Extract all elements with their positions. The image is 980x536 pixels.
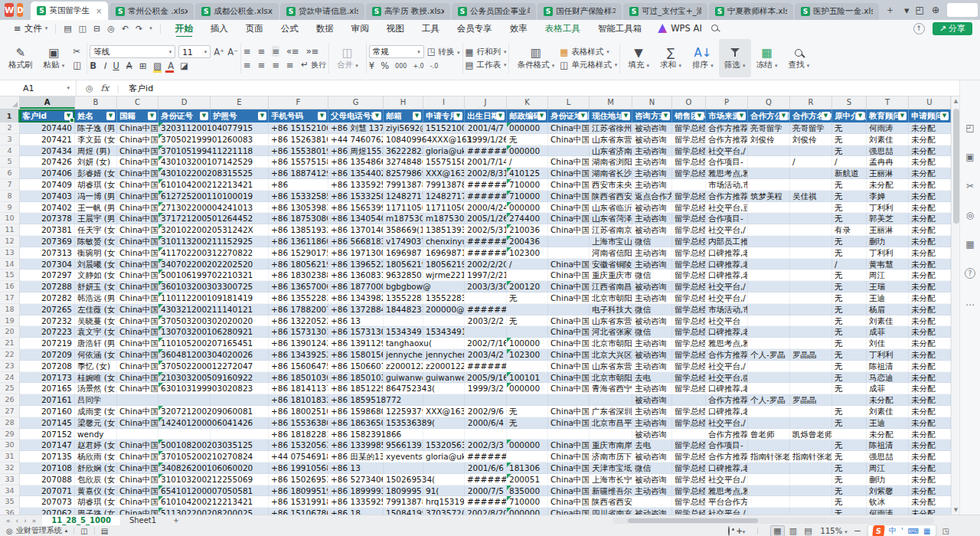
cell[interactable]: 市场活动,市 bbox=[706, 304, 748, 315]
cell[interactable]: China中国 bbox=[117, 315, 158, 327]
cell[interactable]: 271302200004241013 bbox=[158, 202, 211, 214]
cell[interactable]: 北京市朝阳 bbox=[590, 293, 632, 304]
cell[interactable]: +86 56681836 bbox=[328, 236, 384, 247]
menu-item-工具[interactable]: 工具 bbox=[413, 21, 448, 36]
cell[interactable]: 未分配 bbox=[909, 361, 951, 372]
cell[interactable] bbox=[748, 496, 790, 508]
cell[interactable]: 102300 bbox=[507, 349, 548, 361]
cell[interactable]: China中国 bbox=[117, 259, 158, 270]
row-header[interactable]: 28 bbox=[0, 417, 20, 429]
cell[interactable] bbox=[672, 429, 706, 440]
filter-dropdown-icon[interactable]: ▼ bbox=[373, 112, 381, 120]
cell[interactable] bbox=[384, 315, 423, 327]
cell[interactable]: China中国 bbox=[117, 168, 158, 179]
column-header-A[interactable]: A bbox=[20, 96, 75, 109]
cell[interactable]: 舒妍玉 (女 bbox=[75, 281, 117, 293]
cell[interactable]: jennychen( bbox=[423, 349, 465, 361]
header-cell[interactable]: 申请专用▼ bbox=[423, 109, 465, 123]
cell[interactable]: 无 bbox=[507, 293, 548, 304]
cell[interactable]: 207440 bbox=[20, 123, 75, 134]
cell[interactable]: 周江 bbox=[867, 270, 909, 281]
cell[interactable]: 2002/2/20 bbox=[465, 259, 507, 270]
cell[interactable]: 雅思考点,雅 bbox=[706, 485, 748, 497]
row-header[interactable]: 24 bbox=[0, 372, 20, 384]
cell[interactable]: 207282 bbox=[20, 293, 75, 304]
cell[interactable]: 13552283( bbox=[384, 293, 423, 304]
cell[interactable]: +86 15263810 bbox=[269, 134, 328, 145]
cell[interactable]: 无 bbox=[832, 326, 867, 338]
cell[interactable]: 207160 bbox=[20, 406, 75, 417]
column-header-U[interactable]: U bbox=[909, 96, 951, 109]
cell[interactable]: 留学总经办 bbox=[672, 281, 706, 293]
cell[interactable]: 未分配 bbox=[909, 372, 951, 384]
cell[interactable]: 陕西省西安 bbox=[590, 191, 632, 202]
cell[interactable] bbox=[748, 179, 790, 191]
cell[interactable]: China中国 bbox=[117, 326, 158, 338]
cell[interactable]: 370105199411221118 bbox=[158, 145, 211, 157]
font-name-select[interactable]: 等线▾ bbox=[90, 45, 175, 58]
cell[interactable]: ######## bbox=[465, 145, 507, 157]
cell[interactable]: 15320563( bbox=[423, 440, 465, 451]
cell[interactable]: 无 bbox=[832, 247, 867, 259]
cell[interactable]: +86 15332585 bbox=[269, 191, 328, 202]
cell[interactable]: 未分配 bbox=[909, 462, 951, 474]
cell[interactable]: 个人-罗晶 bbox=[748, 394, 790, 406]
cell[interactable]: 江苏省徐州 bbox=[590, 123, 632, 134]
cell[interactable]: guiwanwei( bbox=[384, 372, 423, 384]
cell[interactable]: 799138782 bbox=[384, 179, 423, 191]
merge-cells-button[interactable]: ◫ 合并 ▾ bbox=[332, 39, 364, 77]
row-header[interactable]: 8 bbox=[0, 191, 20, 202]
cell[interactable]: 207402 bbox=[20, 202, 75, 214]
cell[interactable]: 被动咨询 bbox=[632, 202, 672, 214]
wps-ai-button[interactable]: WPS AI bbox=[658, 23, 702, 34]
cell[interactable]: China中国 bbox=[117, 383, 158, 394]
cell[interactable]: 未分配 bbox=[867, 179, 909, 191]
document-tab[interactable]: S英国留学生× bbox=[31, 2, 108, 20]
cell[interactable] bbox=[790, 179, 832, 191]
cell[interactable]: 200051 bbox=[507, 474, 548, 485]
cell[interactable]: 未分配 bbox=[909, 156, 951, 168]
cell[interactable]: 留学总经办 bbox=[672, 315, 706, 327]
cell[interactable]: 梁馨元 (女 bbox=[75, 417, 117, 429]
cell[interactable]: 留学总经办 bbox=[672, 293, 706, 304]
cell[interactable]: China中国 bbox=[548, 508, 590, 515]
wps-logo-icon[interactable]: W bbox=[5, 3, 14, 17]
cell[interactable] bbox=[748, 485, 790, 497]
cell[interactable]: 微信 bbox=[632, 462, 672, 474]
bold-icon[interactable]: B bbox=[90, 60, 96, 71]
cell[interactable]: 16969871(2 bbox=[423, 247, 465, 259]
align-left-icon[interactable]: ≡ bbox=[243, 60, 251, 70]
header-cell[interactable]: 身份证地址▼ bbox=[548, 109, 590, 123]
cell[interactable]: 200000@qq( bbox=[423, 304, 465, 315]
cell[interactable]: 周煜 (男) bbox=[75, 145, 117, 157]
name-box[interactable]: A1 ▾ bbox=[0, 80, 77, 96]
cell[interactable]: 被动咨询 bbox=[632, 224, 672, 236]
cell[interactable] bbox=[507, 326, 548, 338]
cell[interactable]: 山东省菏泽 bbox=[590, 213, 632, 224]
cell[interactable]: 亮哥留学 bbox=[748, 123, 790, 134]
cell[interactable]: +86 1582391866 bbox=[328, 429, 384, 440]
cell[interactable]: +86 18002510 bbox=[269, 406, 328, 417]
cell[interactable]: 亮哥留学 bbox=[790, 123, 832, 134]
cell[interactable]: China中国 bbox=[548, 372, 590, 384]
cell[interactable]: 360103200303300725 bbox=[158, 281, 211, 293]
cell[interactable]: 合作方推荐 bbox=[706, 394, 748, 406]
header-cell[interactable]: 出生日期▼ bbox=[465, 109, 507, 123]
cell[interactable]: / bbox=[790, 156, 832, 168]
row-header[interactable]: 4 bbox=[0, 145, 20, 157]
column-header-R[interactable]: R bbox=[790, 96, 832, 109]
cell[interactable]: 陕西省西安 bbox=[590, 496, 632, 508]
cell[interactable]: 山东省东营 bbox=[590, 315, 632, 327]
cell[interactable]: China中国 bbox=[117, 508, 158, 515]
cell[interactable]: ######## bbox=[465, 361, 507, 372]
align-top-icon[interactable]: ≡ bbox=[243, 46, 251, 57]
filter-dropdown-icon[interactable]: ▼ bbox=[64, 112, 73, 120]
cell[interactable]: 被动咨询 bbox=[632, 123, 672, 134]
cell[interactable]: +86 1899993716 bbox=[328, 485, 384, 497]
cell[interactable]: +86 1565399710 bbox=[328, 202, 384, 214]
cell[interactable]: 2000/6/4 bbox=[465, 417, 507, 429]
filter-dropdown-icon[interactable]: ▼ bbox=[200, 112, 208, 120]
cell[interactable]: 袁文宇 (女 bbox=[75, 326, 117, 338]
cell[interactable]: +86 13611860 bbox=[269, 236, 328, 247]
cell[interactable] bbox=[790, 168, 832, 179]
